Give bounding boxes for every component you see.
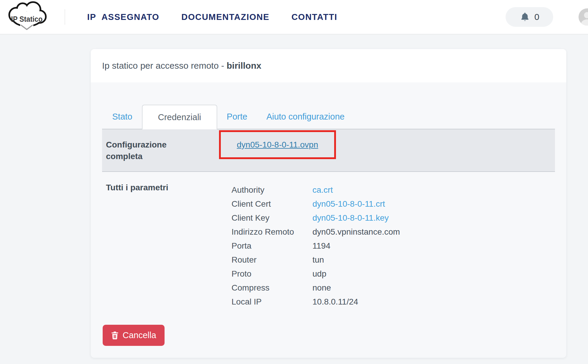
- parameter-key: Porta: [232, 239, 312, 253]
- delete-button-label: Cancella: [123, 330, 156, 340]
- parameter-key: Router: [232, 253, 312, 267]
- tab[interactable]: Credenziali: [142, 105, 217, 129]
- card-header: Ip statico per accesso remoto - birillon…: [91, 49, 566, 82]
- tab-bar: StatoCredenzialiPorteAiuto configurazion…: [103, 105, 566, 129]
- hostname: birillonx: [227, 61, 262, 70]
- parameter-value: udp: [312, 267, 400, 281]
- app-logo[interactable]: IP Statico: [4, 0, 49, 34]
- main-navigation: IP ASSEGNATODOCUMENTAZIONECONTATTI: [87, 12, 337, 22]
- parameter-key: Indirizzo Remoto: [232, 225, 312, 239]
- bell-icon: [520, 12, 530, 22]
- parameter-key: Client Key: [232, 211, 312, 225]
- nav-link[interactable]: DOCUMENTAZIONE: [181, 12, 269, 22]
- page-title-prefix: Ip statico per accesso remoto -: [102, 61, 227, 70]
- parameter-key: Client Cert: [232, 197, 312, 211]
- nav-link[interactable]: IP ASSEGNATO: [87, 12, 159, 22]
- logo-text: IP Statico: [11, 15, 43, 23]
- top-navbar: IP Statico IP ASSEGNATODOCUMENTAZIONECON…: [0, 0, 588, 34]
- parameter-value: 10.8.0.11/24: [312, 295, 400, 309]
- parameter-value: dyn05-10-8-0-11.key: [312, 211, 400, 225]
- nav-divider: [65, 9, 65, 25]
- annotation-red-box: dyn05-10-8-0-11.ovpn: [219, 130, 336, 159]
- user-avatar[interactable]: [578, 8, 588, 26]
- parameter-key: Compress: [232, 281, 312, 295]
- parameter-key: Local IP: [232, 295, 312, 309]
- all-parameters-section: Tutti i parametri Authority ca.crt Clien…: [102, 172, 555, 309]
- config-complete-row: Configurazione completa dyn05-10-8-0-11.…: [102, 129, 555, 172]
- notifications-button[interactable]: 0: [506, 7, 553, 27]
- delete-button[interactable]: Cancella: [103, 325, 165, 346]
- cloud-logo-icon: IP Statico: [4, 0, 49, 34]
- tab[interactable]: Porte: [217, 105, 257, 129]
- page: IP Statico IP ASSEGNATODOCUMENTAZIONECON…: [0, 0, 588, 364]
- person-icon: [578, 8, 588, 26]
- card-body: StatoCredenzialiPorteAiuto configurazion…: [91, 105, 566, 346]
- ovpn-download-link[interactable]: dyn05-10-8-0-11.ovpn: [237, 140, 318, 150]
- parameter-value: dyn05-10-8-0-11.crt: [312, 197, 400, 211]
- trash-icon: [111, 331, 119, 340]
- notification-count: 0: [534, 12, 539, 22]
- parameter-key: Authority: [232, 183, 312, 197]
- navbar-right: 0: [506, 7, 588, 27]
- parameter-value: tun: [312, 253, 400, 267]
- config-complete-label: Configurazione completa: [106, 139, 185, 162]
- all-parameters-label: Tutti i parametri: [106, 183, 232, 309]
- parameter-value: dyn05.vpninstance.com: [312, 225, 400, 239]
- nav-link[interactable]: CONTATTI: [291, 12, 337, 22]
- tab[interactable]: Aiuto configurazione: [257, 105, 354, 129]
- tab[interactable]: Stato: [103, 105, 142, 129]
- parameter-value: ca.crt: [312, 183, 400, 197]
- parameters-list: Authority ca.crt Client Cert dyn05-10-8-…: [232, 183, 400, 309]
- parameter-key: Proto: [232, 267, 312, 281]
- parameter-value: none: [312, 281, 400, 295]
- parameter-value: 1194: [312, 239, 400, 253]
- page-title: Ip statico per accesso remoto - birillon…: [102, 61, 261, 71]
- static-ip-card: Ip statico per accesso remoto - birillon…: [91, 49, 566, 358]
